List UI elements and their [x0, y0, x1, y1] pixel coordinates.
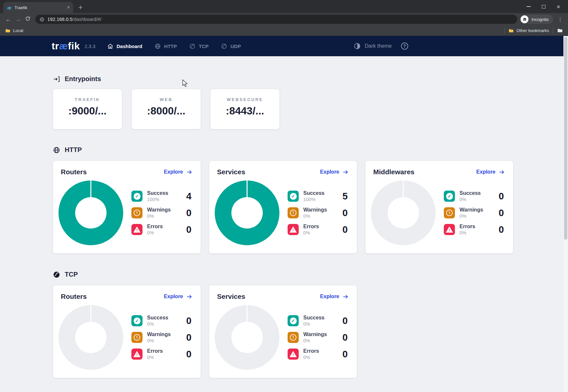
legend-row-errors: ! Errors0% 0 [444, 224, 504, 235]
tcp-icon [53, 271, 60, 278]
explore-link[interactable]: Explore [320, 169, 349, 175]
warning-count: 0 [499, 208, 504, 218]
nav-label: UDP [230, 43, 241, 49]
traefik-logo[interactable]: træfik [52, 41, 80, 52]
legend-row-errors: ! Errors0% 0 [288, 348, 348, 360]
new-tab-button[interactable]: + [78, 4, 83, 11]
success-count: 0 [499, 191, 504, 202]
entrypoints-icon [53, 76, 60, 83]
success-icon: ✓ [288, 191, 299, 202]
udp-icon [221, 43, 227, 49]
section-title: HTTP [65, 146, 82, 154]
url-host: 192.168.0.5 [47, 17, 73, 22]
warning-count: 0 [342, 208, 348, 218]
section-title: Entrypoints [65, 75, 101, 83]
browser-tab[interactable]: æ Traefik × [3, 2, 73, 13]
explore-link[interactable]: Explore [164, 294, 193, 299]
legend-row-warnings: ! Warnings0% 0 [131, 207, 192, 219]
reload-button[interactable] [23, 16, 33, 23]
nav-item-udp[interactable]: UDP [221, 43, 241, 49]
minimize-button[interactable] [526, 6, 531, 7]
entrypoint-port: :8000/... [132, 105, 201, 117]
donut-chart [371, 180, 436, 245]
scrollbar-thumb[interactable] [564, 37, 567, 240]
entrypoint-name: WEBSECURE [210, 97, 279, 102]
folder-icon [5, 28, 10, 33]
arrow-right-icon [342, 294, 349, 299]
back-button[interactable]: ← [3, 16, 13, 23]
explore-label: Explore [476, 169, 495, 175]
nav-item-dashboard[interactable]: Dashboard [107, 43, 142, 49]
http-section-header: HTTP [53, 146, 568, 154]
dashboard-page: Entrypoints TRAEFIK :9000/... WEB :8000/… [0, 56, 568, 378]
other-bookmarks[interactable]: Other bookmarks [509, 28, 549, 33]
explore-label: Explore [320, 169, 339, 175]
error-icon: ! [288, 224, 299, 235]
explore-link[interactable]: Explore [476, 169, 505, 175]
donut-chart [215, 180, 279, 245]
error-icon: ! [131, 224, 142, 235]
donut-chart [58, 180, 123, 245]
warning-icon: ! [131, 207, 142, 218]
bookmarks-divider [504, 28, 505, 34]
nav-item-tcp[interactable]: TCP [189, 43, 209, 49]
browser-menu-button[interactable]: ⋮ [556, 16, 565, 23]
forward-button[interactable]: → [13, 16, 23, 23]
explore-link[interactable]: Explore [320, 294, 349, 299]
legend-row-success: ✓ Success0% 0 [131, 315, 192, 327]
success-count: 4 [186, 191, 192, 202]
page-scrollbar[interactable] [563, 36, 568, 392]
arrow-right-icon [342, 169, 349, 175]
success-icon: ✓ [131, 315, 142, 326]
explore-link[interactable]: Explore [164, 169, 193, 175]
bookmarks-divider [553, 28, 553, 34]
incognito-label: Incognito [531, 17, 549, 22]
dark-theme-label: Dark theme [365, 43, 392, 49]
success-count: 0 [342, 315, 348, 326]
maximize-button[interactable] [542, 5, 545, 9]
bookmarks-bar: Local Other bookmarks [0, 26, 568, 36]
browser-tab-strip: æ Traefik × + × [0, 0, 568, 13]
dark-theme-toggle[interactable]: Dark theme [354, 43, 392, 50]
address-bar[interactable]: 192.168.0.5/dashboard/#/ [35, 15, 517, 24]
card-title: Services [217, 293, 245, 300]
traefik-navbar: træfik 2.3.3 Dashboard HTTP TCP UDP Dark… [0, 36, 568, 56]
help-icon[interactable]: ? [401, 43, 408, 50]
http-routers-card: Routers Explore ✓ Success100% 4 ! Wa [53, 161, 201, 253]
close-window-button[interactable]: × [557, 4, 560, 10]
nav-item-http[interactable]: HTTP [155, 43, 177, 49]
browser-toolbar: ← → 192.168.0.5/dashboard/#/ Incognito ⋮ [0, 13, 568, 26]
error-count: 0 [186, 224, 192, 235]
reload-icon [25, 16, 30, 21]
version-label: 2.3.3 [84, 43, 95, 49]
arrow-right-icon [186, 169, 193, 175]
card-title: Services [217, 168, 245, 176]
warning-count: 0 [342, 332, 348, 343]
other-bookmarks-label: Other bookmarks [516, 28, 549, 33]
error-count: 0 [186, 349, 192, 360]
section-title: TCP [65, 271, 78, 278]
success-count: 5 [342, 191, 348, 202]
home-icon [107, 43, 113, 49]
success-icon: ✓ [288, 315, 299, 326]
success-icon: ✓ [444, 191, 455, 202]
legend-row-warnings: ! Warnings0% 0 [288, 207, 348, 219]
legend-row-success: ✓ Success0% 0 [288, 315, 348, 327]
contrast-icon [354, 43, 361, 50]
legend-row-success: ✓ Success0% 0 [444, 190, 504, 202]
incognito-badge: Incognito [520, 15, 553, 24]
all-bookmarks-folder-icon[interactable] [557, 28, 563, 33]
tab-close-icon[interactable]: × [67, 5, 70, 10]
warning-count: 0 [186, 208, 192, 218]
card-title: Routers [61, 293, 87, 300]
http-middlewares-card: Middlewares Explore ✓ Success0% 0 ! [365, 161, 513, 253]
entrypoint-name: TRAEFIK [53, 97, 122, 102]
legend-row-errors: ! Errors0% 0 [131, 224, 192, 235]
warning-icon: ! [444, 207, 455, 218]
entrypoint-name: WEB [132, 97, 201, 102]
explore-label: Explore [320, 294, 339, 299]
entrypoint-port: :8443/... [210, 105, 279, 117]
bookmark-local[interactable]: Local [5, 28, 23, 33]
http-services-card: Services Explore ✓ Success100% 5 ! W [209, 161, 357, 253]
globe-icon [155, 43, 161, 49]
